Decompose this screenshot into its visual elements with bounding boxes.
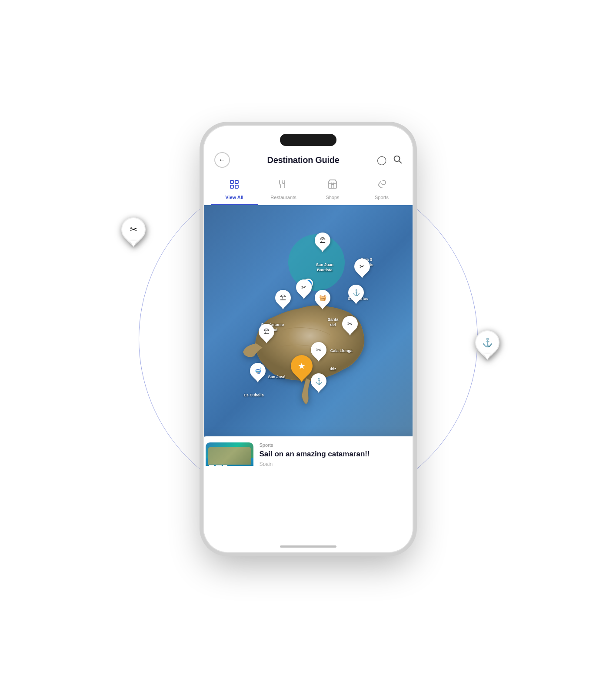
page-title: Destination Guide: [267, 155, 339, 165]
label-cala-llonga: Cala Llonga: [330, 349, 353, 354]
pin-shop-icon: 🧺: [319, 294, 326, 301]
pin-dive-icon: 🤿: [254, 367, 262, 374]
floating-pin-right-tail: [484, 354, 491, 360]
svg-rect-5: [235, 185, 238, 188]
pin-catamaran-icon: ⚓: [315, 378, 322, 385]
pin-star-icon: ★: [298, 361, 306, 371]
tab-restaurants-label: Restaurants: [270, 195, 296, 200]
map-pin-selected[interactable]: ★: [291, 355, 313, 382]
label-es-cubells: Es Cubells: [244, 393, 264, 398]
app-header: ← Destination Guide ◯: [204, 126, 413, 168]
tab-sports-icon: [376, 179, 387, 192]
label-ibiza: Ibiz: [330, 367, 336, 372]
pin-cutlery2-icon: ✂: [360, 263, 365, 270]
phone-mockup: ← Destination Guide ◯: [204, 126, 413, 552]
floating-pin-left-tail: [130, 241, 137, 247]
map-pin-beach-top[interactable]: ⛱: [315, 233, 330, 252]
scene: ✂ ⚓ ← Destination Guide ◯: [113, 35, 504, 643]
map-area[interactable]: San JuanBautista Cala SVicente San Carlo…: [204, 205, 413, 466]
map-pin-umbrella-left[interactable]: ⛱: [275, 290, 291, 309]
map-background: San JuanBautista Cala SVicente San Carlo…: [204, 205, 413, 466]
map-pin-cutlery3[interactable]: ✂: [342, 316, 358, 336]
tab-restaurants-icon: [278, 179, 289, 192]
tab-restaurants[interactable]: Restaurants: [260, 175, 307, 205]
pin-sports-icon: ⚓: [352, 289, 360, 296]
tab-view-all-label: View All: [225, 195, 243, 200]
floating-pin-left: ✂: [121, 217, 146, 247]
back-button[interactable]: ←: [214, 152, 230, 168]
card-title: Sail on an amazing catamaran!!: [260, 449, 413, 459]
tab-sports[interactable]: Sports: [358, 175, 406, 205]
phone-notch: [280, 134, 336, 146]
map-pin-cutlery[interactable]: ✂: [296, 279, 312, 299]
floating-pin-left-icon: ✂: [130, 224, 137, 235]
tab-shops-icon: [327, 179, 338, 192]
map-pin-sports-right[interactable]: ⚓: [348, 285, 364, 304]
boats-decoration: [209, 465, 227, 466]
back-icon: ←: [219, 156, 226, 164]
floating-pin-right-icon: ⚓: [482, 337, 493, 348]
category-tabs: View All Restaurants: [204, 168, 413, 205]
svg-rect-3: [235, 180, 238, 183]
pin-umbrella3-icon: ⛱: [263, 328, 270, 335]
pin-cutlery-icon: ✂: [301, 284, 306, 291]
phone-content: ← Destination Guide ◯: [204, 126, 413, 552]
map-pin-umbrella2[interactable]: ⛱: [259, 324, 274, 343]
svg-rect-2: [230, 180, 233, 183]
tab-sports-label: Sports: [375, 195, 389, 200]
label-san-juan: San JuanBautista: [316, 263, 333, 273]
map-pin-catamaran[interactable]: ⚓: [311, 373, 326, 393]
floating-pin-right: ⚓: [475, 330, 499, 360]
tab-shops[interactable]: Shops: [309, 175, 356, 205]
tab-view-all[interactable]: View All: [211, 175, 258, 205]
pin-cutlery4-icon: ✂: [316, 346, 321, 353]
map-pin-dive[interactable]: 🤿: [250, 363, 266, 382]
header-actions: ◯: [377, 154, 402, 166]
island-shape: [239, 287, 378, 410]
label-san-jose: San José: [268, 375, 286, 380]
card-category: Sports: [260, 442, 413, 448]
svg-line-1: [399, 161, 401, 163]
label-santa: Santadel: [328, 317, 339, 327]
land-bg: [208, 447, 251, 465]
place-card-popup[interactable]: Sports Sail on an amazing catamaran!! Sp…: [204, 436, 413, 466]
pin-cutlery3-icon: ✂: [347, 320, 353, 327]
search-icon[interactable]: [393, 154, 402, 166]
svg-rect-4: [230, 185, 233, 188]
location-icon[interactable]: ◯: [377, 155, 386, 165]
card-info: Sports Sail on an amazing catamaran!! Sp…: [260, 442, 413, 466]
map-pin-shop[interactable]: 🧺: [315, 290, 330, 309]
tab-shops-label: Shops: [326, 195, 339, 200]
card-thumbnail: [206, 442, 253, 466]
pin-umbrella-icon: ⛱: [320, 237, 326, 244]
map-pin-cutlery4[interactable]: ✂: [311, 342, 326, 362]
map-pin-cutlery-right[interactable]: ✂: [354, 259, 370, 278]
home-indicator: [280, 545, 336, 548]
pin-umbrella2-icon: ⛱: [280, 294, 286, 301]
card-location: Spain: [260, 461, 413, 466]
tab-view-all-icon: [229, 179, 240, 192]
